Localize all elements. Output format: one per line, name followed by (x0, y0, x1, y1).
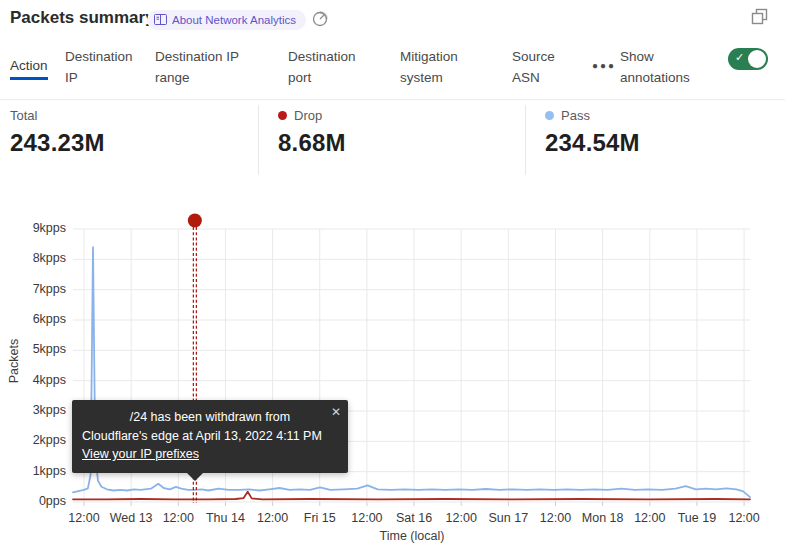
y-tick-label: 2kpps (0, 433, 66, 447)
y-tick-label: 1kpps (0, 464, 66, 478)
y-tick-label: 5kpps (0, 342, 66, 356)
y-tick-label: 8kpps (0, 251, 66, 265)
tooltip-line-1: /24 has been withdrawn from (82, 408, 338, 427)
y-tick-label: 4kpps (0, 373, 66, 387)
tooltip-arrow (187, 473, 203, 481)
x-axis-title: Time (local) (312, 529, 512, 543)
y-tick-label: 9kpps (0, 221, 66, 235)
y-tick-label: 6kpps (0, 312, 66, 326)
annotation-tooltip: ✕ /24 has been withdrawn from Cloudflare… (72, 400, 348, 473)
y-axis-title: Packets (7, 311, 21, 411)
series-line-drop (73, 492, 750, 500)
x-tick-label: 12:00 (714, 511, 774, 525)
tooltip-line-2: Cloudflare's edge at April 13, 2022 4:11… (82, 427, 338, 446)
y-tick-label: 3kpps (0, 403, 66, 417)
y-tick-label: 0pps (0, 494, 66, 508)
packets-summary-panel: Packets summary About Network Analytics … (0, 0, 785, 555)
annotation-marker-dot[interactable] (188, 214, 202, 228)
view-ip-prefixes-link[interactable]: View your IP prefixes (82, 447, 199, 461)
y-tick-label: 7kpps (0, 282, 66, 296)
close-icon[interactable]: ✕ (331, 404, 341, 422)
